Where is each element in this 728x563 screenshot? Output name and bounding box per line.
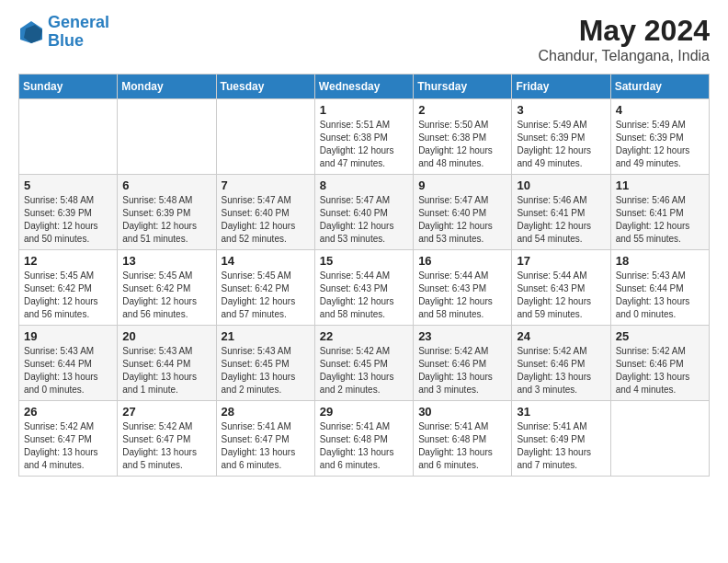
day-info: Sunrise: 5:49 AM Sunset: 6:39 PM Dayligh… (616, 119, 704, 170)
day-number: 9 (418, 178, 506, 192)
calendar-cell: 19Sunrise: 5:43 AM Sunset: 6:44 PM Dayli… (19, 326, 118, 401)
calendar-cell (610, 401, 709, 477)
page: General Blue May 2024 Chandur, Telangana… (0, 0, 728, 563)
day-info: Sunrise: 5:49 AM Sunset: 6:39 PM Dayligh… (517, 119, 605, 170)
calendar-cell: 30Sunrise: 5:41 AM Sunset: 6:48 PM Dayli… (414, 401, 512, 477)
day-info: Sunrise: 5:48 AM Sunset: 6:39 PM Dayligh… (122, 194, 210, 246)
calendar-cell: 18Sunrise: 5:43 AM Sunset: 6:44 PM Dayli… (610, 250, 709, 326)
calendar-header-wednesday: Wednesday (314, 75, 413, 99)
calendar-cell: 22Sunrise: 5:42 AM Sunset: 6:45 PM Dayli… (314, 326, 413, 401)
day-number: 15 (320, 254, 408, 268)
day-number: 16 (418, 254, 506, 268)
calendar-cell: 12Sunrise: 5:45 AM Sunset: 6:42 PM Dayli… (19, 250, 118, 326)
logo-text: General Blue (48, 14, 109, 51)
day-number: 28 (222, 405, 310, 419)
day-number: 5 (24, 178, 112, 192)
day-info: Sunrise: 5:44 AM Sunset: 6:43 PM Dayligh… (418, 270, 506, 321)
day-number: 21 (222, 329, 310, 343)
day-info: Sunrise: 5:51 AM Sunset: 6:38 PM Dayligh… (320, 119, 408, 170)
calendar-header-friday: Friday (512, 75, 610, 99)
calendar-header-thursday: Thursday (414, 75, 512, 99)
calendar-cell: 13Sunrise: 5:45 AM Sunset: 6:42 PM Dayli… (118, 250, 216, 326)
calendar-cell: 3Sunrise: 5:49 AM Sunset: 6:39 PM Daylig… (512, 99, 610, 175)
day-number: 2 (418, 103, 506, 117)
day-number: 4 (616, 103, 704, 117)
calendar-cell: 7Sunrise: 5:47 AM Sunset: 6:40 PM Daylig… (216, 175, 314, 250)
calendar-cell: 24Sunrise: 5:42 AM Sunset: 6:46 PM Dayli… (512, 326, 610, 401)
day-number: 12 (24, 254, 112, 268)
day-number: 27 (122, 405, 210, 419)
day-number: 18 (616, 254, 704, 268)
day-info: Sunrise: 5:46 AM Sunset: 6:41 PM Dayligh… (517, 194, 605, 246)
calendar-cell: 8Sunrise: 5:47 AM Sunset: 6:40 PM Daylig… (314, 175, 413, 250)
day-info: Sunrise: 5:47 AM Sunset: 6:40 PM Dayligh… (320, 194, 408, 246)
day-number: 3 (517, 103, 605, 117)
day-info: Sunrise: 5:44 AM Sunset: 6:43 PM Dayligh… (517, 270, 605, 321)
logo-blue: Blue (48, 31, 84, 50)
day-number: 29 (320, 405, 408, 419)
day-info: Sunrise: 5:42 AM Sunset: 6:47 PM Dayligh… (24, 420, 112, 472)
calendar-cell: 21Sunrise: 5:43 AM Sunset: 6:45 PM Dayli… (216, 326, 314, 401)
day-number: 24 (517, 329, 605, 343)
day-info: Sunrise: 5:41 AM Sunset: 6:49 PM Dayligh… (517, 420, 605, 472)
day-info: Sunrise: 5:43 AM Sunset: 6:45 PM Dayligh… (222, 345, 310, 396)
calendar-cell: 5Sunrise: 5:48 AM Sunset: 6:39 PM Daylig… (19, 175, 118, 250)
day-number: 19 (24, 329, 112, 343)
calendar-header-monday: Monday (118, 75, 216, 99)
calendar-cell: 28Sunrise: 5:41 AM Sunset: 6:47 PM Dayli… (216, 401, 314, 477)
day-info: Sunrise: 5:47 AM Sunset: 6:40 PM Dayligh… (418, 194, 506, 246)
calendar-cell: 6Sunrise: 5:48 AM Sunset: 6:39 PM Daylig… (118, 175, 216, 250)
day-number: 10 (517, 178, 605, 192)
day-number: 31 (517, 405, 605, 419)
day-info: Sunrise: 5:43 AM Sunset: 6:44 PM Dayligh… (616, 270, 704, 321)
day-info: Sunrise: 5:42 AM Sunset: 6:46 PM Dayligh… (418, 345, 506, 396)
day-info: Sunrise: 5:43 AM Sunset: 6:44 PM Dayligh… (24, 345, 112, 396)
calendar-week-5: 26Sunrise: 5:42 AM Sunset: 6:47 PM Dayli… (19, 401, 710, 477)
day-number: 1 (320, 103, 408, 117)
calendar-cell: 25Sunrise: 5:42 AM Sunset: 6:46 PM Dayli… (610, 326, 709, 401)
calendar-cell: 16Sunrise: 5:44 AM Sunset: 6:43 PM Dayli… (414, 250, 512, 326)
day-number: 11 (616, 178, 704, 192)
day-info: Sunrise: 5:41 AM Sunset: 6:48 PM Dayligh… (320, 420, 408, 472)
header: General Blue May 2024 Chandur, Telangana… (18, 14, 710, 64)
calendar-cell: 9Sunrise: 5:47 AM Sunset: 6:40 PM Daylig… (414, 175, 512, 250)
calendar-cell (19, 99, 118, 175)
day-info: Sunrise: 5:42 AM Sunset: 6:47 PM Dayligh… (122, 420, 210, 472)
logo-icon (18, 19, 44, 45)
day-info: Sunrise: 5:47 AM Sunset: 6:40 PM Dayligh… (222, 194, 310, 246)
day-info: Sunrise: 5:50 AM Sunset: 6:38 PM Dayligh… (418, 119, 506, 170)
calendar-week-1: 1Sunrise: 5:51 AM Sunset: 6:38 PM Daylig… (19, 99, 710, 175)
calendar-cell (118, 99, 216, 175)
day-info: Sunrise: 5:41 AM Sunset: 6:48 PM Dayligh… (418, 420, 506, 472)
day-number: 6 (122, 178, 210, 192)
calendar-cell: 15Sunrise: 5:44 AM Sunset: 6:43 PM Dayli… (314, 250, 413, 326)
calendar-header-saturday: Saturday (610, 75, 709, 99)
calendar-cell: 2Sunrise: 5:50 AM Sunset: 6:38 PM Daylig… (414, 99, 512, 175)
calendar: SundayMondayTuesdayWednesdayThursdayFrid… (18, 74, 710, 477)
calendar-cell: 31Sunrise: 5:41 AM Sunset: 6:49 PM Dayli… (512, 401, 610, 477)
day-info: Sunrise: 5:46 AM Sunset: 6:41 PM Dayligh… (616, 194, 704, 246)
calendar-cell: 17Sunrise: 5:44 AM Sunset: 6:43 PM Dayli… (512, 250, 610, 326)
calendar-cell (216, 99, 314, 175)
title-block: May 2024 Chandur, Telangana, India (538, 14, 710, 64)
calendar-cell: 10Sunrise: 5:46 AM Sunset: 6:41 PM Dayli… (512, 175, 610, 250)
subtitle: Chandur, Telangana, India (538, 48, 710, 64)
day-info: Sunrise: 5:44 AM Sunset: 6:43 PM Dayligh… (320, 270, 408, 321)
day-info: Sunrise: 5:43 AM Sunset: 6:44 PM Dayligh… (122, 345, 210, 396)
day-info: Sunrise: 5:42 AM Sunset: 6:45 PM Dayligh… (320, 345, 408, 396)
day-info: Sunrise: 5:42 AM Sunset: 6:46 PM Dayligh… (616, 345, 704, 396)
logo-general: General (48, 13, 109, 31)
day-info: Sunrise: 5:48 AM Sunset: 6:39 PM Dayligh… (24, 194, 112, 246)
day-number: 26 (24, 405, 112, 419)
main-title: May 2024 (538, 14, 710, 48)
day-number: 14 (222, 254, 310, 268)
calendar-cell: 23Sunrise: 5:42 AM Sunset: 6:46 PM Dayli… (414, 326, 512, 401)
day-info: Sunrise: 5:45 AM Sunset: 6:42 PM Dayligh… (24, 270, 112, 321)
calendar-week-4: 19Sunrise: 5:43 AM Sunset: 6:44 PM Dayli… (19, 326, 710, 401)
day-info: Sunrise: 5:41 AM Sunset: 6:47 PM Dayligh… (222, 420, 310, 472)
day-info: Sunrise: 5:42 AM Sunset: 6:46 PM Dayligh… (517, 345, 605, 396)
day-number: 17 (517, 254, 605, 268)
calendar-cell: 29Sunrise: 5:41 AM Sunset: 6:48 PM Dayli… (314, 401, 413, 477)
calendar-header-row: SundayMondayTuesdayWednesdayThursdayFrid… (19, 75, 710, 99)
calendar-week-3: 12Sunrise: 5:45 AM Sunset: 6:42 PM Dayli… (19, 250, 710, 326)
